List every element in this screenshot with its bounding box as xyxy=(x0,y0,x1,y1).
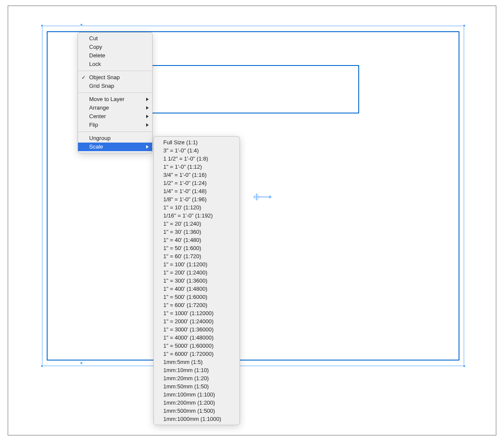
scale-option[interactable]: Full Size (1:1) xyxy=(154,138,240,146)
scale-option[interactable]: 1mm:500mm (1:500) xyxy=(154,407,240,415)
scale-option[interactable]: 1 1/2" = 1'-0" (1:8) xyxy=(154,155,240,163)
menu-separator xyxy=(78,131,152,132)
scale-option[interactable]: 1" = 20' (1:240) xyxy=(154,220,240,228)
scale-option[interactable]: 1" = 1000' (1:12000) xyxy=(154,309,240,317)
selection-handle-tl[interactable] xyxy=(41,24,43,27)
scale-option[interactable]: 3/4" = 1'-0" (1:16) xyxy=(154,171,240,179)
scale-option[interactable]: 1" = 6000' (1:72000) xyxy=(154,350,240,358)
menu-center[interactable]: Center xyxy=(78,112,152,121)
scale-option[interactable]: 1mm:5mm (1:5) xyxy=(154,358,240,366)
menu-separator xyxy=(78,92,152,93)
scale-option[interactable]: 1" = 300' (1:3600) xyxy=(154,277,240,285)
scale-option[interactable]: 1" = 2000' (1:24000) xyxy=(154,317,240,325)
menu-lock[interactable]: Lock xyxy=(78,60,152,69)
scale-option[interactable]: 1" = 3000' (1:36000) xyxy=(154,325,240,334)
menu-flip[interactable]: Flip xyxy=(78,121,152,129)
scale-option[interactable]: 1mm:200mm (1:200) xyxy=(154,399,240,407)
scale-option[interactable]: 1mm:100mm (1:100) xyxy=(154,390,240,399)
selection-handle-tr[interactable] xyxy=(463,24,465,27)
scale-option[interactable]: 1" = 60' (1:720) xyxy=(154,252,240,260)
scale-option[interactable]: 1/8" = 1'-0" (1:96) xyxy=(154,195,240,203)
scale-option[interactable]: 1mm:50mm (1:50) xyxy=(154,382,240,390)
scale-option[interactable]: 1" = 200' (1:2400) xyxy=(154,268,240,277)
menu-copy[interactable]: Copy xyxy=(78,43,152,51)
menu-delete[interactable]: Delete xyxy=(78,51,152,60)
scale-option[interactable]: 1mm:10mm (1:10) xyxy=(154,366,240,374)
scale-option[interactable]: 1" = 600' (1:7200) xyxy=(154,301,240,309)
scale-option[interactable]: 1" = 10' (1:120) xyxy=(154,203,240,212)
menu-ungroup[interactable]: Ungroup xyxy=(78,134,152,143)
menu-scale[interactable]: Scale xyxy=(78,143,152,151)
scale-option[interactable]: 1/2" = 1'-0" (1:24) xyxy=(154,179,240,187)
scale-option[interactable]: 1mm:1000mm (1:1000) xyxy=(154,415,240,423)
scale-option[interactable]: 1" = 30' (1:360) xyxy=(154,228,240,236)
scale-option[interactable]: 1" = 4000' (1:48000) xyxy=(154,334,240,342)
scale-option[interactable]: 1" = 1'-0" (1:12) xyxy=(154,163,240,171)
selection-handle-bl[interactable] xyxy=(41,365,43,367)
scale-option[interactable]: 1" = 5000' (1:60000) xyxy=(154,342,240,350)
menu-arrange[interactable]: Arrange xyxy=(78,104,152,112)
scale-option[interactable]: 1mm:20mm (1:20) xyxy=(154,374,240,382)
scale-option[interactable]: 1" = 500' (1:6000) xyxy=(154,293,240,301)
scale-option[interactable]: 1" = 100' (1:1200) xyxy=(154,260,240,268)
layer-origin-indicator xyxy=(254,194,266,200)
menu-object-snap[interactable]: Object Snap xyxy=(78,73,152,82)
scale-option[interactable]: 3" = 1'-0" (1:4) xyxy=(154,146,240,155)
scale-option[interactable]: 1" = 400' (1:4800) xyxy=(154,285,240,293)
scale-option[interactable]: 1" = 50' (1:600) xyxy=(154,244,240,252)
menu-cut[interactable]: Cut xyxy=(78,34,152,43)
menu-grid-snap[interactable]: Grid Snap xyxy=(78,82,152,90)
context-menu[interactable]: Cut Copy Delete Lock Object Snap Grid Sn… xyxy=(78,32,153,153)
selection-handle-br[interactable] xyxy=(463,365,465,367)
scale-option[interactable]: 1" = 40' (1:480) xyxy=(154,236,240,244)
scale-option[interactable]: 1/16" = 1'-0" (1:192) xyxy=(154,212,240,220)
scale-option[interactable]: 1/4" = 1'-0" (1:48) xyxy=(154,187,240,195)
menu-move-to-layer[interactable]: Move to Layer xyxy=(78,95,152,104)
menu-separator xyxy=(78,71,152,71)
scale-submenu[interactable]: Full Size (1:1)3" = 1'-0" (1:4)1 1/2" = … xyxy=(153,136,240,425)
